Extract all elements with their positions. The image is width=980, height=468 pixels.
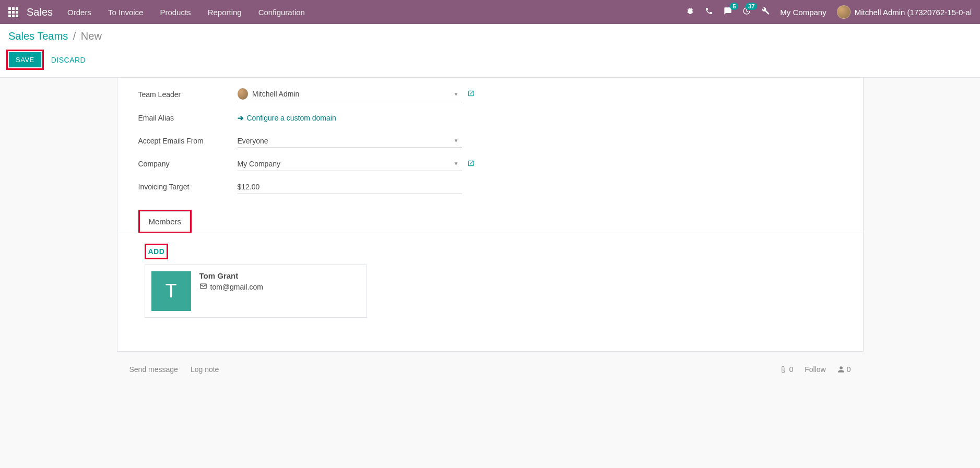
- timer-icon[interactable]: 37: [742, 7, 751, 17]
- field-invoicing-target: Invoicing Target: [138, 175, 851, 198]
- external-link-icon[interactable]: [467, 90, 475, 99]
- bug-icon[interactable]: [686, 7, 694, 17]
- main-menu: Orders To Invoice Products Reporting Con…: [67, 8, 305, 17]
- tab-members[interactable]: Members: [140, 211, 191, 232]
- invoicing-target-value[interactable]: [238, 183, 462, 191]
- email-alias-field: ➔ Configure a custom domain: [238, 111, 462, 125]
- save-button[interactable]: SAVE: [9, 52, 41, 67]
- external-link-icon[interactable]: [467, 160, 475, 169]
- members-panel: ADD T Tom Grant tom@gmail.com: [138, 233, 851, 339]
- add-member-button[interactable]: ADD: [148, 247, 165, 256]
- member-email-text: tom@gmail.com: [210, 283, 263, 291]
- add-highlight: ADD: [145, 244, 169, 259]
- configure-domain-link[interactable]: ➔ Configure a custom domain: [238, 114, 336, 122]
- member-avatar: T: [151, 271, 191, 311]
- company-label: Company: [138, 160, 238, 168]
- member-email: tom@gmail.com: [199, 282, 263, 292]
- menu-to-invoice[interactable]: To Invoice: [108, 8, 144, 17]
- user-menu[interactable]: Mitchell Admin (17320762-15-0-al: [837, 5, 972, 19]
- company-input[interactable]: ▼: [238, 157, 462, 171]
- invoicing-target-input[interactable]: [238, 179, 462, 194]
- messages-icon[interactable]: 5: [724, 7, 732, 17]
- breadcrumb: Sales Teams / New: [8, 30, 972, 42]
- breadcrumb-row: Sales Teams / New: [0, 24, 980, 42]
- user-avatar: [837, 5, 851, 19]
- discard-button[interactable]: DISCARD: [51, 56, 86, 64]
- team-leader-avatar: [238, 88, 249, 100]
- user-name: Mitchell Admin (17320762-15-0-al: [855, 8, 972, 17]
- followers-number: 0: [847, 365, 851, 374]
- log-note-link[interactable]: Log note: [191, 365, 219, 374]
- field-accept-emails: Accept Emails From ▼: [138, 129, 851, 152]
- messages-badge: 5: [730, 3, 738, 10]
- team-leader-label: Team Leader: [138, 90, 238, 99]
- tabs: Members: [117, 210, 863, 233]
- attachments-number: 0: [789, 365, 793, 374]
- apps-icon[interactable]: [8, 7, 18, 17]
- timer-badge: 37: [746, 3, 757, 10]
- configure-domain-text: Configure a custom domain: [247, 114, 336, 122]
- field-email-alias: Email Alias ➔ Configure a custom domain: [138, 106, 851, 129]
- member-info: Tom Grant tom@gmail.com: [199, 271, 263, 292]
- breadcrumb-root[interactable]: Sales Teams: [8, 30, 68, 42]
- breadcrumb-current: New: [81, 30, 102, 42]
- arrow-right-icon: ➔: [238, 114, 244, 122]
- field-company: Company ▼: [138, 152, 851, 175]
- actions-row: SAVE DISCARD: [0, 42, 980, 78]
- menu-reporting[interactable]: Reporting: [208, 8, 242, 17]
- send-message-link[interactable]: Send message: [129, 365, 178, 374]
- app-brand[interactable]: Sales: [27, 6, 53, 18]
- tools-icon[interactable]: [761, 7, 770, 17]
- company-value[interactable]: [238, 160, 462, 168]
- breadcrumb-separator: /: [73, 30, 76, 42]
- team-leader-value[interactable]: [252, 90, 462, 98]
- follow-button[interactable]: Follow: [805, 365, 825, 374]
- phone-icon[interactable]: [705, 7, 713, 17]
- menu-products[interactable]: Products: [160, 8, 191, 17]
- save-highlight: SAVE: [6, 50, 44, 70]
- email-alias-label: Email Alias: [138, 114, 238, 122]
- attachments-count[interactable]: 0: [780, 365, 793, 374]
- company-selector[interactable]: My Company: [780, 8, 826, 17]
- member-card[interactable]: T Tom Grant tom@gmail.com: [145, 265, 367, 318]
- chatter: Send message Log note 0 Follow 0: [117, 361, 864, 378]
- field-team-leader: Team Leader ▼: [138, 82, 851, 106]
- member-name: Tom Grant: [199, 271, 263, 280]
- envelope-icon: [199, 282, 207, 292]
- team-leader-input[interactable]: ▼: [238, 86, 462, 102]
- accept-emails-label: Accept Emails From: [138, 137, 238, 145]
- accept-emails-select[interactable]: ▼: [238, 134, 462, 148]
- members-tab-highlight: Members: [138, 210, 192, 233]
- invoicing-target-label: Invoicing Target: [138, 183, 238, 191]
- top-navbar: Sales Orders To Invoice Products Reporti…: [0, 0, 980, 24]
- followers-count[interactable]: 0: [837, 365, 851, 374]
- menu-configuration[interactable]: Configuration: [258, 8, 305, 17]
- menu-orders[interactable]: Orders: [67, 8, 91, 17]
- form-sheet: Team Leader ▼ Email Alias ➔ Configure a …: [117, 78, 864, 352]
- accept-emails-value[interactable]: [238, 137, 462, 145]
